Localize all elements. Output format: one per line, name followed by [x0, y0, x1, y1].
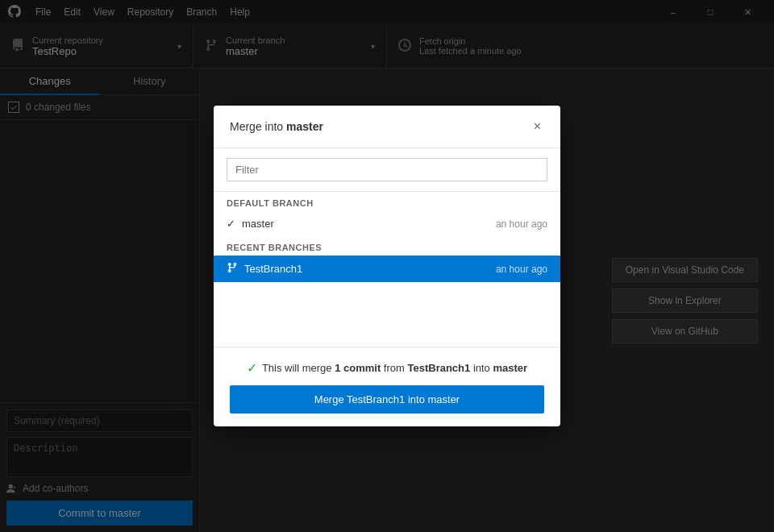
modal-title-prefix: Merge into — [230, 120, 283, 133]
branch-name-testbranch1: TestBranch1 — [244, 263, 496, 275]
recent-branches-label: Recent branches — [214, 236, 560, 256]
merge-check-icon: ✓ — [247, 360, 257, 376]
branch-filter-input[interactable] — [227, 158, 547, 181]
branch-item-testbranch1[interactable]: TestBranch1 an hour ago — [214, 256, 560, 282]
merge-from-branch: TestBranch1 — [407, 362, 470, 374]
branch-name-master: master — [242, 218, 496, 230]
modal-title: Merge into master — [230, 120, 531, 133]
branch-check-icon: ✓ — [227, 218, 235, 230]
modal-title-branch: master — [286, 120, 323, 133]
modal-filter — [214, 148, 560, 192]
merge-modal: Merge into master × Default branch ✓ mas… — [214, 106, 560, 426]
merge-info-text: This will merge 1 commit from TestBranch… — [262, 362, 527, 374]
modal-footer: ✓ This will merge 1 commit from TestBran… — [214, 347, 560, 426]
branch-time-master: an hour ago — [496, 218, 547, 230]
merge-commit-count: 1 commit — [335, 362, 381, 374]
branch-type-icon — [227, 262, 238, 276]
merge-info: ✓ This will merge 1 commit from TestBran… — [230, 360, 544, 376]
merge-into-branch: master — [493, 362, 527, 374]
branch-item-master[interactable]: ✓ master an hour ago — [214, 211, 560, 236]
branch-time-testbranch1: an hour ago — [496, 264, 547, 275]
modal-header: Merge into master × — [214, 106, 560, 148]
merge-button[interactable]: Merge TestBranch1 into master — [230, 385, 544, 414]
default-branch-label: Default branch — [214, 192, 560, 211]
modal-overlay: Merge into master × Default branch ✓ mas… — [0, 0, 774, 532]
modal-close-button[interactable]: × — [531, 118, 544, 135]
